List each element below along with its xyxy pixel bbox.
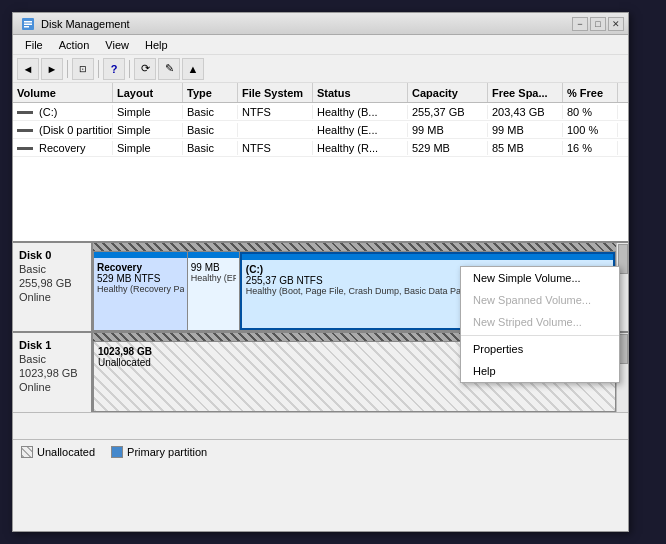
disk0-partition-recovery[interactable]: Recovery 529 MB NTFS Healthy (Recovery P… — [94, 252, 188, 330]
td-fs-1 — [238, 129, 313, 131]
disk0-label: Disk 0 Basic 255,98 GB Online — [13, 243, 93, 331]
table-body: (C:) Simple Basic NTFS Healthy (B... 255… — [13, 103, 628, 157]
td-volume-1: (Disk 0 partition 2) — [13, 123, 113, 137]
table-row[interactable]: (Disk 0 partition 2) Simple Basic Health… — [13, 121, 628, 139]
legend-bar: Unallocated Primary partition — [13, 439, 628, 463]
title-bar: Disk Management − □ ✕ — [13, 13, 628, 35]
legend-unallocated-label: Unallocated — [37, 446, 95, 458]
toolbar-help[interactable]: ? — [103, 58, 125, 80]
upper-panel: Volume Layout Type File System Status Ca… — [13, 83, 628, 243]
td-free-1: 99 MB — [488, 123, 563, 137]
td-pct-2: 16 % — [563, 141, 618, 155]
disk0-partition-efi[interactable]: 99 MB Healthy (EFI Syste — [188, 252, 240, 330]
td-fs-2: NTFS — [238, 141, 313, 155]
partition-bar-c — [242, 254, 613, 260]
context-properties[interactable]: Properties — [461, 338, 619, 360]
toolbar-refresh[interactable]: ⟳ — [134, 58, 156, 80]
context-menu: New Simple Volume... New Spanned Volume.… — [460, 266, 620, 383]
td-type-2: Basic — [183, 141, 238, 155]
window-icon — [21, 17, 35, 31]
legend-primary-label: Primary partition — [127, 446, 207, 458]
td-free-2: 85 MB — [488, 141, 563, 155]
partition-bar-efi — [188, 252, 239, 258]
partition-bar-recovery — [94, 252, 187, 258]
svg-rect-3 — [24, 26, 29, 28]
context-separator — [461, 335, 619, 336]
td-status-1: Healthy (E... — [313, 123, 408, 137]
td-status-2: Healthy (R... — [313, 141, 408, 155]
th-fs[interactable]: File System — [238, 83, 313, 102]
table-row[interactable]: (C:) Simple Basic NTFS Healthy (B... 255… — [13, 103, 628, 121]
th-status[interactable]: Status — [313, 83, 408, 102]
td-layout-1: Simple — [113, 123, 183, 137]
window-title: Disk Management — [41, 18, 130, 30]
td-capacity-1: 99 MB — [408, 123, 488, 137]
td-layout-0: Simple — [113, 105, 183, 119]
disk-management-window: Disk Management − □ ✕ File Action View H… — [12, 12, 629, 532]
td-layout-2: Simple — [113, 141, 183, 155]
close-button[interactable]: ✕ — [608, 17, 624, 31]
context-new-striped: New Striped Volume... — [461, 311, 619, 333]
table-header: Volume Layout Type File System Status Ca… — [13, 83, 628, 103]
td-type-1: Basic — [183, 123, 238, 137]
toolbar-back[interactable]: ◄ — [17, 58, 39, 80]
toolbar-sep2 — [98, 60, 99, 78]
toolbar-sep1 — [67, 60, 68, 78]
legend-primary-box — [111, 446, 123, 458]
menu-action[interactable]: Action — [51, 37, 98, 53]
toolbar-sep3 — [129, 60, 130, 78]
toolbar-edit[interactable]: ✎ — [158, 58, 180, 80]
svg-rect-2 — [24, 23, 32, 25]
td-capacity-0: 255,37 GB — [408, 105, 488, 119]
title-buttons: − □ ✕ — [572, 17, 624, 31]
context-new-simple[interactable]: New Simple Volume... — [461, 267, 619, 289]
maximize-button[interactable]: □ — [590, 17, 606, 31]
partition-name-recovery: Recovery — [97, 262, 184, 273]
context-help[interactable]: Help — [461, 360, 619, 382]
menu-bar: File Action View Help — [13, 35, 628, 55]
legend-unallocated: Unallocated — [21, 446, 95, 458]
lower-panel: Disk 0 Basic 255,98 GB Online Recovery 5… — [13, 243, 628, 463]
menu-file[interactable]: File — [17, 37, 51, 53]
partition-size-recovery: 529 MB NTFS — [97, 273, 184, 284]
context-new-spanned: New Spanned Volume... — [461, 289, 619, 311]
disk1-label: Disk 1 Basic 1023,98 GB Online — [13, 333, 93, 412]
toolbar: ◄ ► ⊡ ? ⟳ ✎ ▲ — [13, 55, 628, 83]
th-type[interactable]: Type — [183, 83, 238, 102]
partition-size-efi: 99 MB — [191, 262, 236, 273]
td-status-0: Healthy (B... — [313, 105, 408, 119]
td-volume-0: (C:) — [13, 105, 113, 119]
svg-rect-1 — [24, 21, 32, 23]
th-freepct[interactable]: % Free — [563, 83, 618, 102]
title-bar-left: Disk Management — [21, 17, 130, 31]
legend-unallocated-box — [21, 446, 33, 458]
td-type-0: Basic — [183, 105, 238, 119]
td-capacity-2: 529 MB — [408, 141, 488, 155]
partition-status-recovery: Healthy (Recovery Partiti — [97, 284, 184, 294]
toolbar-console[interactable]: ⊡ — [72, 58, 94, 80]
toolbar-forward[interactable]: ► — [41, 58, 63, 80]
th-volume[interactable]: Volume — [13, 83, 113, 102]
partition-status-efi: Healthy (EFI Syste — [191, 273, 236, 283]
th-capacity[interactable]: Capacity — [408, 83, 488, 102]
td-pct-1: 100 % — [563, 123, 618, 137]
th-freespace[interactable]: Free Spa... — [488, 83, 563, 102]
menu-help[interactable]: Help — [137, 37, 176, 53]
td-volume-2: Recovery — [13, 141, 113, 155]
toolbar-up[interactable]: ▲ — [182, 58, 204, 80]
td-free-0: 203,43 GB — [488, 105, 563, 119]
legend-primary: Primary partition — [111, 446, 207, 458]
minimize-button[interactable]: − — [572, 17, 588, 31]
td-fs-0: NTFS — [238, 105, 313, 119]
td-pct-0: 80 % — [563, 105, 618, 119]
th-layout[interactable]: Layout — [113, 83, 183, 102]
disk0-top-stripe — [93, 243, 616, 251]
table-row[interactable]: Recovery Simple Basic NTFS Healthy (R...… — [13, 139, 628, 157]
menu-view[interactable]: View — [97, 37, 137, 53]
